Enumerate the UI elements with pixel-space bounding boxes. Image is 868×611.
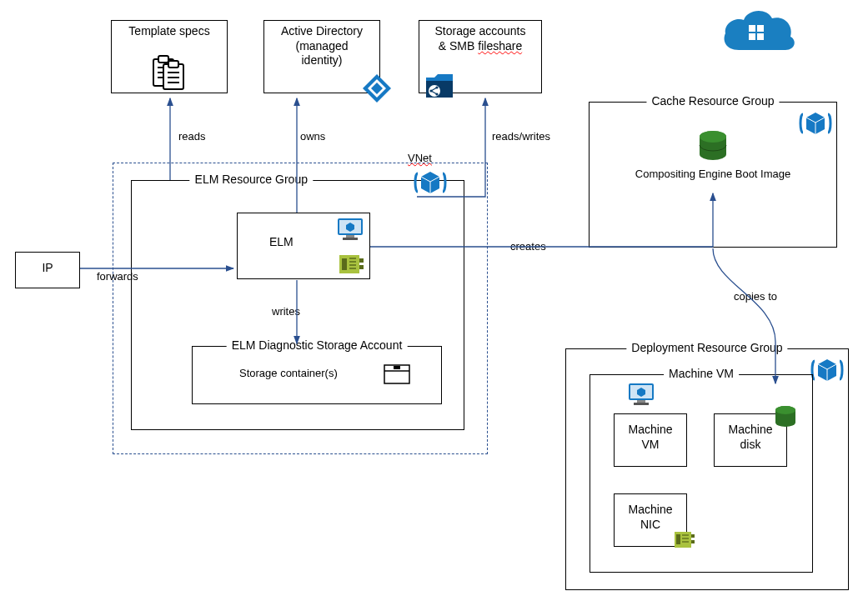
svg-rect-34 [342,258,347,270]
svg-rect-1 [757,25,764,32]
storage-accounts-label: Storage accounts & SMB fileshare [419,21,541,57]
writes-label: writes [272,305,300,318]
owns-label: owns [300,130,325,143]
boot-image-label: Compositing Engine Boot Image [635,168,790,180]
resource-group-icon [798,108,833,139]
machine-nic-box: Machine NIC [614,493,687,547]
elm-diag-title: ELM Diagnostic Storage Account [227,338,408,352]
resource-group-icon [810,354,845,386]
container-icon [383,363,411,385]
deployment-resource-group: Deployment Resource Group Machine VM Mac… [565,348,849,590]
svg-rect-33 [359,265,364,269]
clipboard-icon [150,54,190,91]
svg-rect-59 [676,534,680,544]
reads-writes-label: reads/writes [492,130,550,143]
svg-rect-58 [691,540,695,543]
ip-label: IP [16,253,79,279]
svg-rect-32 [359,258,364,263]
deploy-rg-title: Deployment Resource Group [626,341,787,354]
nic-icon [338,252,364,277]
azure-cloud-icon: Azure [717,7,797,65]
machine-disk-box: Machine disk [714,413,787,467]
reads-label: reads [178,130,206,143]
svg-rect-29 [346,235,354,238]
svg-rect-3 [757,33,764,40]
active-directory-box: Active Directory (managed identity) [263,20,380,93]
svg-rect-41 [394,366,400,369]
active-directory-label: Active Directory (managed identity) [264,21,379,72]
svg-point-55 [775,406,795,414]
svg-point-45 [700,131,726,143]
template-specs-box: Template specs [111,20,228,93]
svg-rect-57 [691,534,695,538]
elm-diagnostic-storage-account: ELM Diagnostic Storage Account Storage c… [192,346,442,404]
svg-rect-53 [634,403,649,405]
copies-to-label: copies to [734,290,777,303]
diagram-canvas: Azure Template specs Active Directory (m… [0,0,868,611]
svg-rect-0 [749,25,755,32]
machine-vm-box: Machine VM [614,413,687,467]
forwards-label: forwards [97,270,138,283]
machine-vm-label: Machine VM [615,414,686,455]
vm-monitor-icon [336,217,364,242]
elm-box: ELM [237,213,370,279]
vnet-label: VNet [408,152,432,164]
svg-rect-11 [168,61,178,68]
cache-resource-group: Cache Resource Group Compositing Engine … [589,102,837,248]
storage-containers-label: Storage container(s) [239,367,338,379]
resource-group-icon [413,167,448,198]
azure-ad-icon [361,73,393,104]
nic-icon [673,529,696,551]
ip-box: IP [15,252,80,288]
svg-rect-2 [749,33,755,40]
elm-rg-title: ELM Resource Group [190,173,313,186]
fileshare-icon [423,68,459,101]
svg-text:Azure: Azure [740,48,773,63]
template-specs-label: Template specs [112,21,227,43]
storage-accounts-box: Storage accounts & SMB fileshare [419,20,542,93]
svg-rect-52 [637,400,645,403]
cache-rg-title: Cache Resource Group [646,94,779,108]
svg-rect-30 [343,238,358,240]
svg-rect-6 [158,56,168,63]
creates-label: creates [510,240,546,253]
vm-monitor-icon [627,382,655,407]
machine-vm-group-title: Machine VM [664,367,739,380]
disk-icon [696,129,730,163]
machine-vm-group: Machine VM Machine VM Machine disk [590,374,813,573]
disk-icon [773,404,798,429]
